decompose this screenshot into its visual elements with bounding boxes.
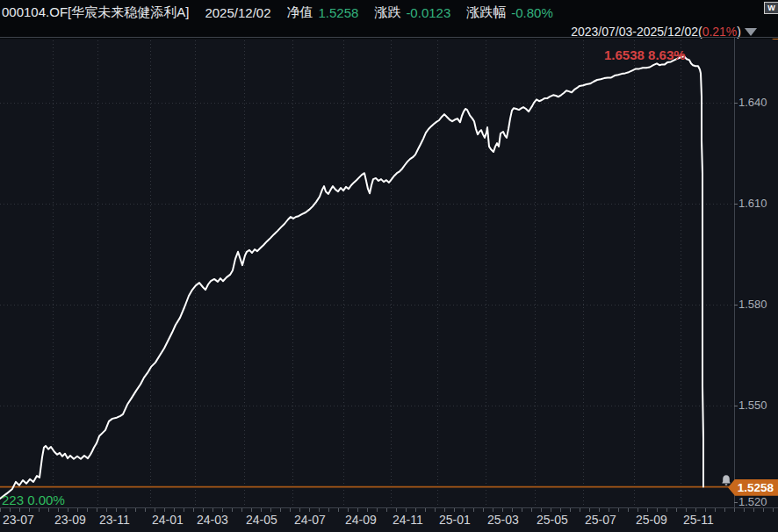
time-axis-label: 23-11: [99, 513, 130, 527]
time-axis-label: 24-07: [294, 513, 326, 527]
time-axis-label: 25-01: [439, 513, 471, 527]
fund-nav-chart-window: 000104.OF[华宸未来稳健添利A] 2025/12/02 净值 1.525…: [0, 0, 778, 532]
time-axis-label: 24-05: [246, 513, 277, 527]
time-axis-label: 24-09: [345, 513, 377, 527]
time-axis-label: 25-11: [683, 513, 714, 527]
minor-tick-strip: [0, 508, 778, 512]
price-scale-label: 1.640: [738, 96, 777, 109]
time-axis-label: 25-05: [537, 513, 568, 527]
time-axis-label: 23-09: [54, 513, 86, 527]
peak-annotation: 1.6538 8.63%: [604, 47, 686, 62]
time-axis-label: 24-11: [393, 513, 423, 527]
time-axis-label: 25-09: [636, 513, 667, 527]
price-scale-label: 1.550: [738, 399, 777, 412]
last-price-badge[interactable]: 1.5258: [728, 479, 778, 496]
price-scale-label: 1.580: [738, 298, 777, 311]
start-value-annotation: 223 0.00%: [2, 492, 65, 507]
nav-series-line: [0, 56, 703, 499]
time-axis-label: 25-03: [487, 513, 519, 527]
price-scale-label: 1.610: [738, 197, 777, 210]
time-axis-label: 24-01: [152, 513, 184, 527]
time-axis-label: 25-07: [585, 513, 616, 527]
price-scale-label: 1.520: [738, 495, 777, 508]
time-axis-label: 23-07: [3, 513, 34, 527]
time-axis-label: 24-03: [197, 513, 228, 527]
nav-line-chart[interactable]: [0, 0, 778, 532]
